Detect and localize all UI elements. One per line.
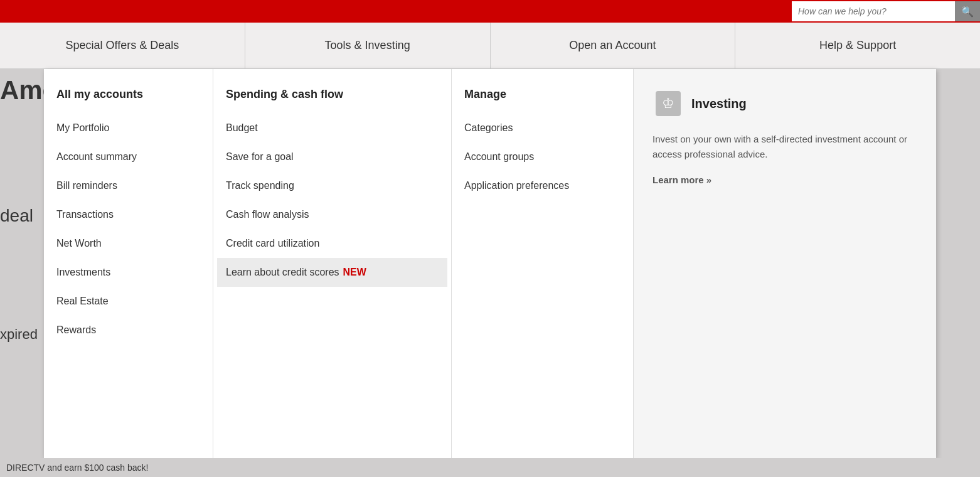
nav-item-special-offers[interactable]: Special Offers & Deals	[0, 23, 245, 68]
col-manage-header: Manage	[464, 88, 620, 101]
col-spending-header: Spending & cash flow	[226, 88, 439, 101]
link-my-portfolio[interactable]: My Portfolio	[56, 114, 200, 142]
investing-title: Investing	[691, 97, 747, 111]
page-area: Ame deal xpired All my accounts My Portf…	[0, 69, 980, 477]
link-rewards[interactable]: Rewards	[56, 316, 200, 345]
left-partial: Ame deal xpired	[0, 69, 44, 477]
credit-scores-label: Learn about credit scores	[226, 267, 339, 277]
nav-item-open-account[interactable]: Open an Account	[491, 23, 736, 68]
new-badge: NEW	[343, 267, 366, 277]
search-input[interactable]	[792, 1, 955, 21]
col-manage: Manage Categories Account groups Applica…	[452, 69, 634, 458]
link-transactions[interactable]: Transactions	[56, 200, 200, 229]
nav-bar: Special Offers & Deals Tools & Investing…	[0, 23, 980, 69]
investing-icon: ♔	[652, 88, 684, 119]
svg-text:♔: ♔	[662, 95, 674, 111]
link-real-estate[interactable]: Real Estate	[56, 287, 200, 316]
col-accounts-header: All my accounts	[56, 88, 200, 101]
search-button[interactable]: 🔍	[955, 1, 980, 21]
col-spending: Spending & cash flow Budget Save for a g…	[213, 69, 452, 458]
link-credit-scores[interactable]: Learn about credit scoresNEW	[217, 258, 447, 287]
link-categories[interactable]: Categories	[464, 114, 620, 142]
nav-item-help-support[interactable]: Help & Support	[735, 23, 980, 68]
ticker-bar: DIRECTV and earn $100 cash back!	[0, 458, 980, 477]
link-bill-reminders[interactable]: Bill reminders	[56, 171, 200, 200]
link-net-worth[interactable]: Net Worth	[56, 229, 200, 258]
link-account-summary[interactable]: Account summary	[56, 142, 200, 171]
link-application-preferences[interactable]: Application preferences	[464, 171, 620, 200]
mega-menu: All my accounts My Portfolio Account sum…	[44, 69, 936, 458]
learn-more-link[interactable]: Learn more »	[652, 174, 711, 185]
link-credit-card-utilization[interactable]: Credit card utilization	[226, 229, 439, 258]
investing-header: ♔ Investing	[652, 88, 917, 119]
partial-ame-text: Ame	[0, 69, 44, 105]
link-account-groups[interactable]: Account groups	[464, 142, 620, 171]
link-track-spending[interactable]: Track spending	[226, 171, 439, 200]
ticker-text: DIRECTV and earn $100 cash back!	[6, 463, 148, 473]
partial-expired-text: xpired	[0, 226, 44, 343]
col-accounts: All my accounts My Portfolio Account sum…	[44, 69, 213, 458]
investing-description: Invest on your own with a self-directed …	[652, 132, 917, 162]
search-container: 🔍	[792, 1, 980, 21]
link-save-for-goal[interactable]: Save for a goal	[226, 142, 439, 171]
link-cash-flow-analysis[interactable]: Cash flow analysis	[226, 200, 439, 229]
top-bar: 🔍	[0, 0, 980, 23]
nav-item-tools-investing[interactable]: Tools & Investing	[245, 23, 491, 68]
col-investing: ♔ Investing Invest on your own with a se…	[634, 69, 936, 458]
partial-deal-text: deal	[0, 105, 44, 226]
link-budget[interactable]: Budget	[226, 114, 439, 142]
link-investments[interactable]: Investments	[56, 258, 200, 287]
